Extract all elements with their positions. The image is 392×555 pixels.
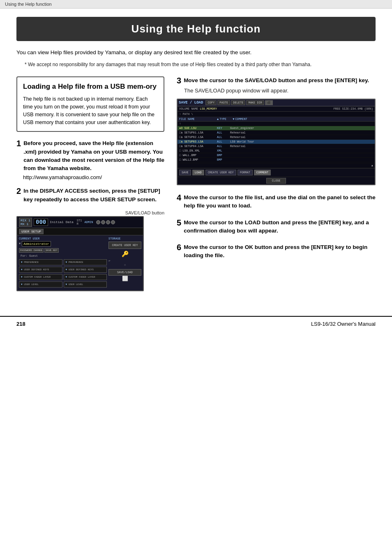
us-tabbar: USER SETUP: [17, 228, 143, 235]
sl-title: SAVE / LOAD: [179, 101, 203, 105]
two-column-layout: Loading a Help file from a USB mem-ory T…: [16, 76, 376, 291]
top-bar: Using the Help function: [0, 0, 392, 9]
sl-col-filename: FILE NAME: [179, 117, 216, 121]
save-load-button-label: SAVE/LOAD button: [16, 210, 164, 215]
us-admin-input[interactable]: Administrator: [22, 241, 51, 246]
sl-file-header: FILE NAME ▲ TYPE ▼ COMMENT: [178, 117, 375, 122]
us-icon-3: [106, 220, 110, 224]
step-3-body: The SAVE/LOAD popup window will appear.: [184, 87, 376, 95]
step-2-number: 2: [16, 187, 21, 195]
us-password-change-btn[interactable]: PASSWORD CHANGE: [19, 248, 44, 253]
us-user-defined-row: ▼ USER DEFINED KEYS ▼ USER DEFINED KEYS: [19, 267, 107, 273]
us-mix-label: MIX 1 MX 1: [19, 218, 32, 227]
sl-vol-label: VOLUME NAME: [179, 107, 198, 111]
sl-load-btn[interactable]: LOAD: [192, 170, 204, 175]
file-row-0[interactable]: ↑: [178, 122, 375, 126]
us-pref-row-1: ▼ PREFERENCE ▼ PREFERENCE: [19, 259, 107, 265]
step-5-number: 5: [177, 219, 181, 227]
us-icon-1: [96, 220, 100, 224]
sl-create-user-key-btn[interactable]: CREATE USER KEY: [205, 170, 236, 175]
us-tab-setup[interactable]: USER SETUP: [19, 229, 44, 234]
sl-volume-row: VOLUME NAME LS9_MEMORY FREE SIZE:234.0MB…: [178, 106, 375, 112]
file-row-2[interactable]: □a SETUP01.LSA ALL Rehearsal: [178, 131, 375, 135]
file-row-3[interactable]: □a SETUP02.LSA ALL Rehearsal: [178, 135, 375, 140]
user-setup-screen: MIX 1 MX 1 000 Initial Data ST1 R ADMIN: [16, 216, 144, 291]
sl-delete-btn[interactable]: DELETE: [231, 100, 245, 105]
step-5-text: Move the cursor to the LOAD button and p…: [184, 219, 376, 235]
us-user-level-btn-1[interactable]: ▼ USER LEVEL: [19, 281, 62, 288]
page-title-box: Using the Help function: [16, 17, 376, 41]
sl-makedir-btn[interactable]: MAKE DIR: [246, 100, 264, 105]
sl-free-info: FREE SIZE:234.0MB (96%): [333, 107, 373, 111]
us-custom-fader-btn-2[interactable]: ▼ CUSTOM FADER LAYER: [64, 274, 107, 280]
step-1-text: Before you proceed, save the Help file (…: [23, 139, 164, 173]
file-row-10: ▲: [178, 164, 375, 168]
left-column: Loading a Help file from a USB mem-ory T…: [16, 76, 164, 291]
sl-topbar: SAVE / LOAD COPY PASTE DELETE MAKE DIR ⬛: [178, 99, 375, 106]
file-row-5[interactable]: □a SETUP04.LSA ALL Rehearsal: [178, 144, 375, 149]
step-1-number: 1: [16, 139, 21, 147]
sl-vol-value: LS9_MEMORY: [200, 107, 217, 111]
us-user-keys-btn-1[interactable]: ▼ USER DEFINED KEYS: [19, 267, 62, 273]
sl-close-btn[interactable]: CLOSE: [266, 178, 286, 184]
intro-text: You can view Help files provided by Yama…: [16, 48, 376, 57]
top-bar-label: Using the Help function: [5, 2, 52, 7]
us-user-level-btn-2[interactable]: ▼ USER LEVEL: [64, 281, 107, 288]
file-row-1[interactable]: ♦0 SUE.LSU KEY Guest_engineer: [178, 126, 375, 131]
step-3-text: Move the cursor to the SAVE/LOAD button …: [184, 76, 369, 85]
footer-manual-title: LS9-16/32 Owner's Manual: [311, 321, 376, 327]
us-for-guest-label: For: Guest: [21, 254, 107, 258]
sl-col-type: TYPE: [219, 117, 232, 121]
us-custom-fader-row: ▼ CUSTOM FADER LAYER ▼ CUSTOM FADER LAYE…: [19, 274, 107, 280]
sl-format-btn[interactable]: FORMAT: [238, 170, 253, 175]
file-row-4[interactable]: □a SETUP03.LSA ALL LS9 World Tour: [178, 140, 375, 144]
right-column: 3 Move the cursor to the SAVE/LOAD butto…: [177, 76, 376, 268]
us-left-panel: CURRENT USER ▼ Administrator PASSWORD CH…: [19, 237, 107, 289]
sl-close-row: CLOSE: [178, 177, 375, 184]
save-load-popup-container: SAVE / LOAD COPY PASTE DELETE MAKE DIR ⬛…: [177, 99, 376, 185]
file-row-7[interactable]: □ WALL.BMP BMP: [178, 153, 375, 158]
sl-bottom-btns: SAVE LOAD CREATE USER KEY FORMAT COMMENT: [178, 168, 375, 177]
file-row-6[interactable]: □ LS9_EN.XML XML: [178, 149, 375, 153]
us-create-user-key-btn[interactable]: CREATE USER KEY: [108, 242, 141, 249]
us-pref-btn-1[interactable]: ▼ PREFERENCE: [19, 259, 62, 265]
sl-extra-btn[interactable]: ⬛: [265, 100, 273, 105]
note-text: * We accept no responsibility for any da…: [25, 61, 376, 68]
us-body: CURRENT USER ▼ Administrator PASSWORD CH…: [17, 235, 143, 290]
footer-page-number: 218: [16, 321, 25, 327]
us-user-level-row: ▼ USER LEVEL ▼ USER LEVEL: [19, 281, 107, 288]
step-4-block: 4 Move the cursor to the file list, and …: [177, 193, 376, 210]
us-pref-btn-2[interactable]: ▼ PREFERENCE: [64, 259, 107, 265]
step-4-text: Move the cursor to the file list, and us…: [184, 193, 376, 210]
step-2-block: 2 In the DISPLAY ACCESS section, press t…: [16, 187, 164, 204]
section-box-title: Loading a Help file from a USB mem-ory: [23, 82, 158, 91]
us-init-data: Initial Data: [50, 220, 74, 224]
section-box-body: The help file is not backed up in intern…: [23, 95, 158, 126]
us-topbar: MIX 1 MX 1 000 Initial Data ST1 R ADMIN: [17, 217, 143, 228]
step-3-number: 3: [177, 76, 181, 85]
sl-comment-btn[interactable]: COMMENT: [254, 170, 271, 175]
us-save-load-btn[interactable]: SAVE/LOAD: [108, 269, 141, 276]
section-loading-box: Loading a Help file from a USB mem-ory T…: [16, 76, 164, 132]
us-key-icon: 🔑: [108, 251, 141, 258]
step-4-number: 4: [177, 193, 181, 202]
us-icon-4: [111, 220, 115, 224]
save-load-popup: SAVE / LOAD COPY PASTE DELETE MAKE DIR ⬛…: [177, 99, 376, 185]
us-save-key-btn[interactable]: SAVE KEY: [44, 248, 59, 253]
step-6-number: 6: [177, 243, 181, 251]
us-user-keys-btn-2[interactable]: ▼ USER DEFINED KEYS: [64, 267, 107, 273]
step-6-block: 6 Move the cursor to the OK button and p…: [177, 243, 376, 260]
step-5-block: 5 Move the cursor to the LOAD button and…: [177, 219, 376, 235]
sl-paste-btn[interactable]: PASTE: [217, 100, 230, 105]
file-row-8[interactable]: □ WALL2.BMP BMP: [178, 158, 375, 162]
step-6-text: Move the cursor to the OK button and pre…: [184, 243, 376, 260]
sl-copy-btn[interactable]: COPY: [205, 100, 217, 105]
step-2-text: In the DISPLAY ACCESS section, press the…: [23, 187, 164, 204]
us-save-load-icon: ⬜: [108, 276, 141, 282]
page-content: Using the Help function You can view Hel…: [0, 9, 392, 308]
sl-path-row: ↑ PATH \: [178, 112, 375, 117]
us-custom-fader-btn-1[interactable]: ▼ CUSTOM FADER LAYER: [19, 274, 62, 280]
sl-save-btn[interactable]: SAVE: [179, 170, 191, 175]
us-number: 000: [34, 219, 48, 226]
us-right-panel: STORAGE CREATE USER KEY 🔑 ↩ ○ SAVE/LOAD …: [108, 237, 141, 289]
